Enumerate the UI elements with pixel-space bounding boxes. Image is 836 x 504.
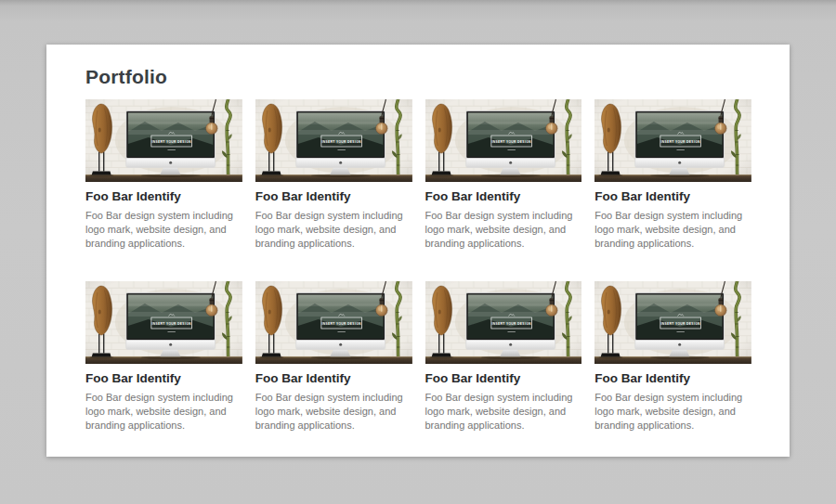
imac-mockup-image	[255, 281, 412, 364]
portfolio-card: Foo Bar Identify Foo Bar design system i…	[425, 99, 582, 251]
portfolio-card-title[interactable]: Foo Bar Identify	[425, 189, 582, 204]
imac-mockup-image	[85, 281, 242, 364]
portfolio-thumbnail[interactable]	[594, 99, 751, 182]
portfolio-card: Foo Bar Identify Foo Bar design system i…	[425, 281, 582, 433]
portfolio-card: Foo Bar Identify Foo Bar design system i…	[85, 281, 242, 433]
portfolio-thumbnail[interactable]	[255, 99, 412, 182]
portfolio-card-description: Foo Bar design system including logo mar…	[425, 209, 582, 251]
imac-mockup-image	[255, 99, 412, 182]
portfolio-card-description: Foo Bar design system including logo mar…	[594, 209, 751, 251]
portfolio-card-description: Foo Bar design system including logo mar…	[255, 391, 412, 433]
portfolio-card: Foo Bar Identify Foo Bar design system i…	[255, 99, 412, 251]
portfolio-thumbnail[interactable]	[594, 281, 751, 364]
portfolio-card-title[interactable]: Foo Bar Identify	[594, 189, 751, 204]
portfolio-thumbnail[interactable]	[425, 99, 582, 182]
portfolio-thumbnail[interactable]	[255, 281, 412, 364]
imac-mockup-image	[594, 281, 751, 364]
portfolio-card-description: Foo Bar design system including logo mar…	[255, 209, 412, 251]
portfolio-card-description: Foo Bar design system including logo mar…	[85, 209, 242, 251]
portfolio-card-title[interactable]: Foo Bar Identify	[85, 371, 242, 386]
portfolio-card: Foo Bar Identify Foo Bar design system i…	[594, 281, 751, 433]
portfolio-card-title[interactable]: Foo Bar Identify	[255, 371, 412, 386]
portfolio-thumbnail[interactable]	[425, 281, 582, 364]
portfolio-card: Foo Bar Identify Foo Bar design system i…	[255, 281, 412, 433]
imac-mockup-image	[425, 281, 582, 364]
portfolio-card: Foo Bar Identify Foo Bar design system i…	[85, 99, 242, 251]
portfolio-thumbnail[interactable]	[85, 281, 242, 364]
imac-mockup-image	[594, 99, 751, 182]
imac-mockup-image	[425, 99, 582, 182]
portfolio-card-description: Foo Bar design system including logo mar…	[425, 391, 582, 433]
portfolio-card: Foo Bar Identify Foo Bar design system i…	[594, 99, 751, 251]
portfolio-card-title[interactable]: Foo Bar Identify	[594, 371, 751, 386]
imac-mockup-image	[85, 99, 242, 182]
portfolio-grid: Foo Bar Identify Foo Bar design system i…	[85, 99, 751, 433]
portfolio-card-title[interactable]: Foo Bar Identify	[425, 371, 582, 386]
page-title: Portfolio	[85, 65, 751, 88]
portfolio-card-title[interactable]: Foo Bar Identify	[255, 189, 412, 204]
portfolio-card-description: Foo Bar design system including logo mar…	[594, 391, 751, 433]
portfolio-card-description: Foo Bar design system including logo mar…	[85, 391, 242, 433]
portfolio-card-title[interactable]: Foo Bar Identify	[85, 189, 242, 204]
portfolio-thumbnail[interactable]	[85, 99, 242, 182]
portfolio-panel: Portfolio Foo Bar Identify Foo Bar desig…	[46, 45, 790, 457]
